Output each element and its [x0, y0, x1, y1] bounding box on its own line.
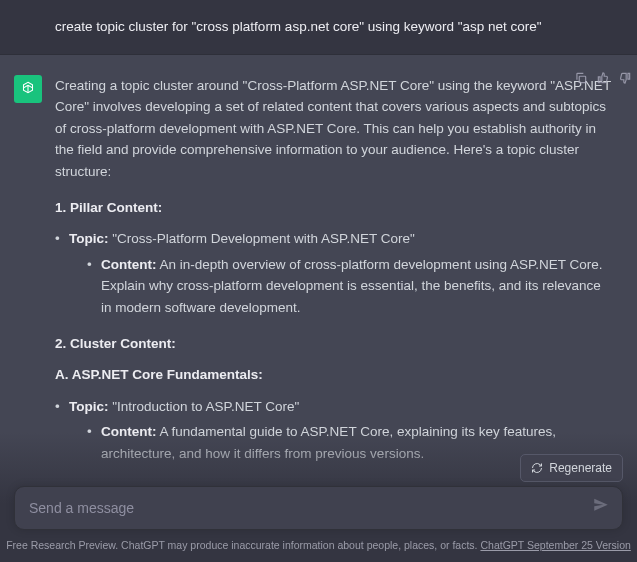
send-icon: [592, 496, 610, 514]
thumbs-down-icon[interactable]: [618, 71, 632, 85]
assistant-content: Creating a topic cluster around "Cross-P…: [55, 75, 612, 465]
topic-label: Topic:: [69, 231, 109, 246]
user-message-text: create topic cluster for "cross platform…: [55, 16, 612, 38]
thumbs-up-icon[interactable]: [596, 71, 610, 85]
message-actions: [574, 71, 632, 85]
content-text: A fundamental guide to ASP.NET Core, exp…: [101, 424, 556, 461]
topic-text: "Cross-Platform Development with ASP.NET…: [109, 231, 415, 246]
topic-label: Topic:: [69, 399, 109, 414]
send-button[interactable]: [592, 496, 610, 521]
svg-rect-0: [579, 76, 585, 82]
copy-icon[interactable]: [574, 71, 588, 85]
cluster-subheading: A. ASP.NET Core Fundamentals:: [55, 364, 612, 386]
content-label: Content:: [101, 424, 156, 439]
message-input-container: [14, 486, 623, 530]
regenerate-button[interactable]: Regenerate: [520, 454, 623, 482]
assistant-avatar: [14, 75, 42, 103]
footer-text: Free Research Preview. ChatGPT may produ…: [6, 539, 480, 551]
topic-text: "Introduction to ASP.NET Core": [109, 399, 300, 414]
pillar-list: Topic: "Cross-Platform Development with …: [55, 228, 612, 318]
pillar-topic-item: Topic: "Cross-Platform Development with …: [55, 228, 612, 318]
content-text: An in-depth overview of cross-platform d…: [101, 257, 602, 315]
cluster-heading: 2. Cluster Content:: [55, 333, 612, 355]
footer-version-link[interactable]: ChatGPT September 25 Version: [480, 539, 630, 551]
message-input[interactable]: [29, 500, 576, 516]
regenerate-label: Regenerate: [549, 461, 612, 475]
user-message-row: create topic cluster for "cross platform…: [0, 0, 637, 54]
openai-logo-icon: [19, 80, 37, 98]
pillar-heading: 1. Pillar Content:: [55, 197, 612, 219]
content-label: Content:: [101, 257, 156, 272]
regenerate-icon: [531, 462, 543, 474]
pillar-content-item: Content: An in-depth overview of cross-p…: [87, 254, 612, 319]
intro-paragraph: Creating a topic cluster around "Cross-P…: [55, 75, 612, 183]
footer-disclaimer: Free Research Preview. ChatGPT may produ…: [0, 537, 637, 554]
